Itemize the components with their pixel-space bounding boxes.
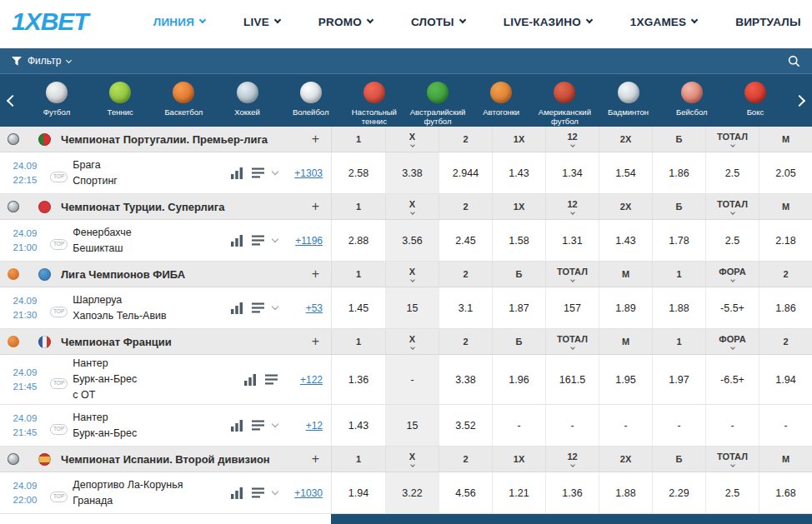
carousel-prev-button[interactable] — [7, 94, 18, 106]
odds-cell[interactable]: 1.68 — [759, 472, 812, 513]
chevron-down-icon[interactable] — [272, 303, 278, 310]
odds-cell[interactable]: 2.5 — [705, 472, 759, 513]
odds-column-header[interactable]: 2X — [599, 127, 652, 152]
odds-column-header[interactable]: М — [759, 447, 812, 472]
odds-cell[interactable]: 1.31 — [545, 220, 599, 261]
sport-item-football[interactable]: Футбол — [25, 82, 88, 117]
odds-column-header[interactable]: ТОТАЛ — [705, 127, 759, 152]
league-title[interactable]: Лига Чемпионов ФИБА — [61, 268, 307, 281]
nav-item[interactable]: ВИРТУАЛЬНЫЙ — [735, 16, 800, 28]
sport-item-hockey[interactable]: Хоккей — [216, 82, 279, 117]
odds-cell[interactable]: 2.58 — [332, 152, 385, 193]
odds-column-header[interactable]: 1 — [332, 329, 385, 354]
chevron-down-icon[interactable] — [272, 421, 278, 427]
odds-cell[interactable]: 1.88 — [599, 472, 652, 513]
odds-column-header[interactable]: 1 — [332, 262, 385, 287]
odds-cell[interactable]: 2.29 — [652, 472, 705, 513]
odds-cell[interactable]: -5.5+ — [705, 287, 759, 328]
odds-cell[interactable]: -6.5+ — [705, 355, 759, 404]
search-icon[interactable] — [788, 55, 800, 67]
expand-league-button[interactable]: + — [312, 132, 319, 146]
odds-column-header[interactable]: X — [385, 262, 439, 287]
odds-cell[interactable]: 1.43 — [332, 405, 385, 446]
league-title[interactable]: Чемпионат Испании. Второй дивизион — [61, 453, 307, 466]
league-title[interactable]: Чемпионат Португалии. Премьер-лига — [61, 133, 307, 146]
odds-column-header[interactable]: М — [759, 127, 812, 152]
odds-cell[interactable]: 2.5 — [705, 220, 759, 261]
nav-item[interactable]: LIVE — [243, 16, 280, 28]
odds-cell[interactable]: 2.5 — [705, 152, 759, 193]
odds-column-header[interactable]: 2 — [759, 329, 812, 354]
odds-cell[interactable]: 1.43 — [599, 220, 652, 261]
nav-item[interactable]: LIVE-КАЗИНО — [504, 16, 592, 28]
odds-column-header[interactable]: ФОРА — [705, 329, 759, 354]
odds-column-header[interactable]: Б — [492, 262, 545, 287]
odds-column-header[interactable]: М — [759, 194, 812, 219]
odds-cell[interactable]: 1.86 — [759, 287, 812, 328]
more-bets-link[interactable]: +1196 — [288, 235, 323, 247]
odds-cell[interactable]: 2.05 — [759, 152, 812, 193]
odds-cell[interactable]: - — [492, 405, 545, 446]
odds-column-header[interactable]: 1 — [652, 329, 705, 354]
statistics-icon[interactable] — [231, 420, 243, 432]
expand-league-button[interactable]: + — [312, 267, 319, 281]
odds-cell[interactable]: 1.36 — [332, 355, 385, 404]
odds-column-header[interactable]: 2 — [439, 447, 492, 472]
sport-item-boxing[interactable]: Бокс — [724, 82, 787, 117]
odds-column-header[interactable]: ФОРА — [705, 262, 759, 287]
lineup-list-icon[interactable] — [252, 302, 264, 313]
odds-column-header[interactable]: 2 — [439, 262, 492, 287]
odds-column-header[interactable]: ТОТАЛ — [705, 194, 759, 219]
odds-column-header[interactable]: 2X — [599, 447, 652, 472]
sport-item-aussie-football[interactable]: Австралийский футбол — [406, 82, 469, 127]
odds-cell[interactable]: 1.54 — [599, 152, 652, 193]
sport-item-tennis[interactable]: Теннис — [88, 82, 152, 117]
odds-cell[interactable]: 3.1 — [439, 287, 492, 328]
sport-item-american-football[interactable]: Американский футбол — [533, 82, 596, 127]
odds-column-header[interactable]: X — [385, 329, 439, 354]
nav-item[interactable]: PROMO — [318, 16, 373, 28]
odds-column-header[interactable]: ТОТАЛ — [545, 262, 599, 287]
odds-cell[interactable]: 2.944 — [439, 152, 492, 193]
chevron-down-icon[interactable] — [272, 236, 278, 242]
odds-cell[interactable]: 1.43 — [492, 152, 545, 193]
odds-cell[interactable]: 15 — [385, 405, 439, 446]
odds-column-header[interactable]: X — [385, 194, 439, 219]
sport-item-autoracing[interactable]: Автогонки — [469, 82, 533, 117]
odds-column-header[interactable]: ТОТАЛ — [545, 329, 599, 354]
expand-league-button[interactable]: + — [312, 452, 319, 466]
odds-cell[interactable]: 1.88 — [652, 287, 705, 328]
odds-column-header[interactable]: М — [599, 329, 652, 354]
sport-item-basketball[interactable]: Баскетбол — [152, 82, 215, 117]
odds-cell[interactable]: 1.58 — [492, 220, 545, 261]
odds-cell[interactable]: 1.45 — [332, 287, 385, 328]
lineup-list-icon[interactable] — [252, 420, 264, 431]
odds-cell[interactable]: 2.88 — [332, 220, 385, 261]
odds-cell[interactable]: 1.34 — [545, 152, 599, 193]
odds-column-header[interactable]: X — [385, 127, 439, 152]
odds-cell[interactable]: 2.45 — [439, 220, 492, 261]
nav-item[interactable]: СЛОТЫ — [411, 16, 465, 28]
chevron-down-icon[interactable] — [272, 488, 278, 495]
odds-column-header[interactable]: Б — [492, 329, 545, 354]
match-teams[interactable]: НантерБурк-ан-Бресс ОТ — [73, 356, 244, 402]
statistics-icon[interactable] — [244, 374, 257, 386]
odds-cell[interactable]: 3.38 — [385, 152, 439, 193]
sport-item-volleyball[interactable]: Волейбол — [279, 82, 343, 117]
expand-league-button[interactable]: + — [312, 200, 319, 213]
odds-column-header[interactable]: 1 — [332, 447, 385, 472]
statistics-icon[interactable] — [231, 302, 243, 314]
odds-column-header[interactable]: 2 — [439, 329, 492, 354]
odds-column-header[interactable]: 1 — [332, 127, 385, 152]
odds-cell[interactable]: - — [545, 405, 599, 446]
odds-cell[interactable]: 1.89 — [599, 287, 652, 328]
odds-column-header[interactable]: 12 — [545, 127, 599, 152]
chevron-down-icon[interactable] — [272, 168, 278, 175]
odds-cell[interactable]: 1.97 — [652, 355, 705, 404]
odds-cell[interactable]: - — [599, 405, 652, 446]
odds-cell[interactable]: 161.5 — [545, 355, 599, 404]
odds-cell[interactable]: 15 — [385, 287, 439, 328]
expand-league-button[interactable]: + — [312, 335, 319, 348]
odds-column-header[interactable]: Б — [652, 194, 705, 219]
more-bets-link[interactable]: +1303 — [288, 167, 323, 179]
